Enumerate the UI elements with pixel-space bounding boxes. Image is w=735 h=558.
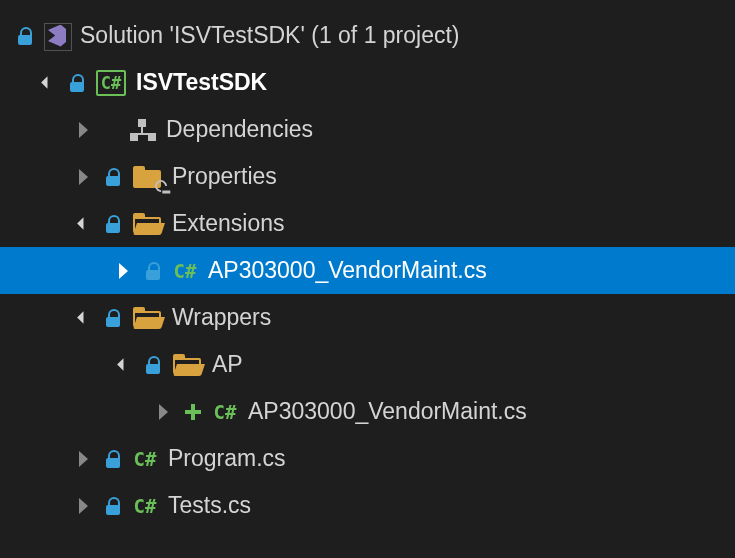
file-label: AP303000_VendorMaint.cs [242,398,527,425]
dependencies-label: Dependencies [160,116,313,143]
expander-open-icon[interactable] [68,219,98,228]
expander-closed-icon[interactable] [68,451,98,467]
solution-title: Solution 'ISVTestSDK' (1 of 1 project) [74,22,460,49]
csharp-file-icon: C# [168,260,202,282]
add-icon [178,404,208,420]
project-node[interactable]: C# ISVTestSDK [0,59,735,106]
properties-node[interactable]: Properties [0,153,735,200]
project-name: ISVTestSDK [130,69,267,96]
file-label: AP303000_VendorMaint.cs [202,257,487,284]
csharp-project-icon: C# [92,70,130,96]
ap-folder-label: AP [206,351,243,378]
folder-open-icon [128,307,166,329]
lock-icon [138,356,168,374]
extensions-label: Extensions [166,210,285,237]
expander-closed-icon[interactable] [108,263,138,279]
csharp-file-icon: C# [128,495,162,517]
lock-icon [10,27,40,45]
wrappers-ap-file-vendormaint[interactable]: C# AP303000_VendorMaint.cs [0,388,735,435]
wrappers-ap-node[interactable]: AP [0,341,735,388]
tests-file-node[interactable]: C# Tests.cs [0,482,735,529]
properties-label: Properties [166,163,277,190]
expander-closed-icon[interactable] [68,169,98,185]
expander-open-icon[interactable] [108,360,138,369]
file-label: Program.cs [162,445,286,472]
folder-open-icon [168,354,206,376]
dependencies-icon [126,119,160,141]
lock-icon [98,450,128,468]
extensions-node[interactable]: Extensions [0,200,735,247]
expander-closed-icon[interactable] [148,404,178,420]
properties-folder-icon [128,166,166,188]
extensions-file-vendormaint[interactable]: C# AP303000_VendorMaint.cs [0,247,735,294]
vs-solution-icon [40,23,74,49]
lock-icon [98,497,128,515]
lock-icon [98,168,128,186]
lock-icon [98,309,128,327]
solution-root[interactable]: Solution 'ISVTestSDK' (1 of 1 project) [0,12,735,59]
file-label: Tests.cs [162,492,251,519]
folder-open-icon [128,213,166,235]
expander-closed-icon[interactable] [68,498,98,514]
csharp-file-icon: C# [128,448,162,470]
expander-open-icon[interactable] [68,313,98,322]
lock-icon [98,215,128,233]
program-file-node[interactable]: C# Program.cs [0,435,735,482]
wrappers-node[interactable]: Wrappers [0,294,735,341]
dependencies-node[interactable]: Dependencies [0,106,735,153]
lock-icon [138,262,168,280]
wrappers-label: Wrappers [166,304,271,331]
expander-closed-icon[interactable] [68,122,98,138]
csharp-file-icon: C# [208,401,242,423]
expander-open-icon[interactable] [32,78,62,87]
lock-icon [62,74,92,92]
